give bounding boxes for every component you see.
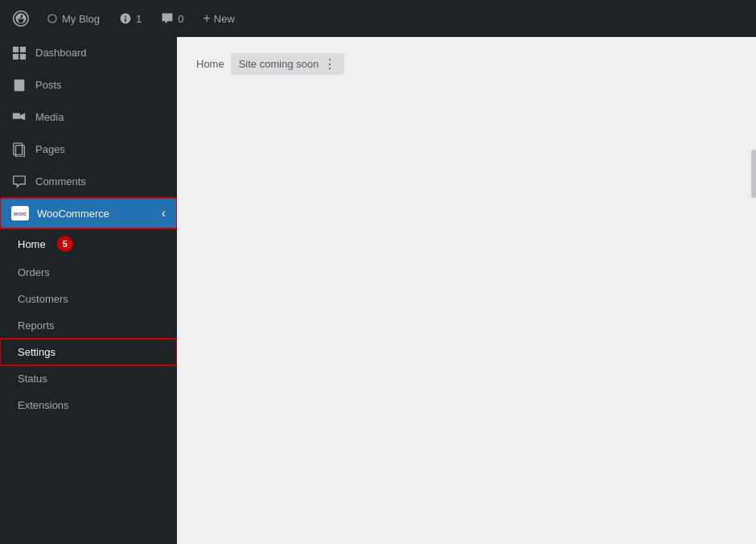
main-content: Home Site coming soon ⋮ (177, 37, 756, 544)
woo-submenu-settings[interactable]: Settings (0, 339, 177, 365)
adminbar-updates[interactable]: 1 (111, 0, 150, 37)
sidebar-item-comments-label: Comments (35, 175, 86, 189)
breadcrumb-pill-text: Site coming soon (239, 58, 319, 70)
sidebar-item-comments[interactable]: Comments (0, 166, 177, 198)
woo-submenu-status[interactable]: Status (0, 365, 177, 392)
dashboard-icon (11, 45, 27, 61)
sidebar-item-media-label: Media (35, 110, 64, 125)
woo-submenu-orders[interactable]: Orders (0, 259, 177, 286)
woo-submenu-extensions[interactable]: Extensions (0, 392, 177, 418)
sidebar-item-pages[interactable]: Pages (0, 134, 177, 166)
comments-icon (11, 174, 27, 190)
svg-rect-4 (13, 113, 20, 119)
wp-logo[interactable] (6, 0, 35, 37)
scrollbar-handle[interactable] (751, 150, 756, 198)
sidebar-item-pages-label: Pages (35, 142, 65, 157)
woocommerce-chevron-icon: ‹ (162, 206, 166, 220)
woo-home-badge: 5 (57, 236, 73, 252)
woo-home-label: Home (18, 238, 46, 250)
woo-status-label: Status (18, 373, 47, 385)
svg-rect-2 (13, 54, 18, 60)
plus-icon: + (203, 11, 210, 26)
breadcrumb-pill[interactable]: Site coming soon ⋮ (231, 53, 345, 75)
woo-submenu-home[interactable]: Home 5 (0, 229, 177, 259)
sidebar-item-posts[interactable]: Posts (0, 69, 177, 101)
woocommerce-label: WooCommerce (37, 208, 109, 220)
sidebar-item-media[interactable]: Media (0, 101, 177, 134)
adminbar-site[interactable]: My Blog (39, 0, 108, 37)
media-icon (11, 109, 27, 126)
svg-rect-3 (20, 54, 26, 60)
adminbar-comments[interactable]: 0 (153, 0, 191, 37)
woo-logo-icon: woo (11, 206, 29, 220)
breadcrumb-bar: Home Site coming soon ⋮ (196, 53, 737, 75)
svg-rect-1 (20, 47, 26, 52)
sidebar: Dashboard Posts Media Pages (0, 37, 177, 544)
adminbar-new[interactable]: + New (195, 0, 242, 37)
woo-submenu-customers[interactable]: Customers (0, 286, 177, 312)
breadcrumb-dots-icon: ⋮ (323, 56, 336, 72)
woo-customers-label: Customers (18, 293, 68, 305)
woo-submenu-reports[interactable]: Reports (0, 312, 177, 339)
admin-bar: My Blog 1 0 + New (0, 0, 756, 37)
posts-icon (11, 77, 27, 93)
breadcrumb-home: Home (196, 58, 224, 70)
woo-reports-label: Reports (18, 319, 55, 332)
woo-orders-label: Orders (18, 266, 50, 278)
sidebar-item-dashboard[interactable]: Dashboard (0, 37, 177, 69)
sidebar-item-posts-label: Posts (35, 78, 62, 93)
updates-count: 1 (136, 13, 142, 25)
sidebar-item-dashboard-label: Dashboard (35, 46, 87, 60)
svg-rect-0 (13, 47, 18, 52)
comments-count: 0 (178, 13, 183, 25)
woocommerce-submenu: Home 5 Orders Customers Reports Settings (0, 229, 177, 418)
new-label: New (214, 13, 235, 25)
pages-icon (11, 142, 27, 158)
woo-settings-wrapper: Settings (0, 339, 177, 365)
woocommerce-section: woo WooCommerce ‹ (0, 198, 177, 229)
sidebar-item-woocommerce[interactable]: woo WooCommerce ‹ (0, 198, 177, 229)
woo-extensions-label: Extensions (18, 399, 69, 411)
woo-settings-label: Settings (18, 346, 55, 358)
